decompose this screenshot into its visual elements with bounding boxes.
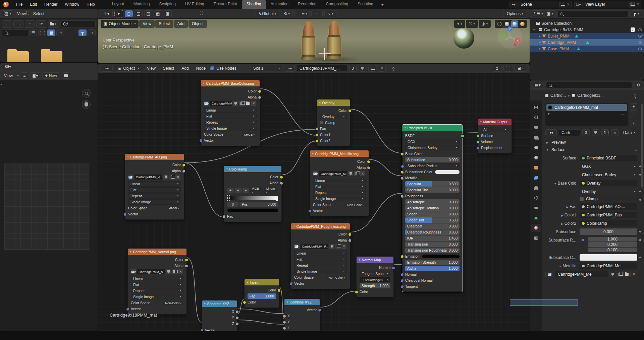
output-x[interactable]: X bbox=[205, 309, 234, 314]
close-icon[interactable]: × bbox=[341, 244, 347, 249]
output-alpha[interactable]: Alpha bbox=[204, 94, 257, 100]
viewport-menu[interactable]: View bbox=[139, 20, 155, 28]
file-search-input[interactable] bbox=[2, 29, 28, 36]
material-users-count[interactable]: 3 bbox=[349, 65, 357, 72]
extension-dropdown[interactable]: Repeat bbox=[128, 193, 181, 199]
color-mode-dropdown[interactable]: RGB bbox=[250, 186, 263, 194]
node-material-output[interactable]: ▾Material Output All Surface Volume Disp… bbox=[478, 118, 512, 153]
input-z[interactable]: Z bbox=[287, 325, 317, 331]
fake-user-shield-button[interactable] bbox=[592, 129, 599, 136]
source-dropdown[interactable]: Single Image bbox=[128, 199, 181, 205]
color2-field[interactable]: ColorRamp bbox=[580, 220, 637, 226]
output-vector[interactable]: Vector bbox=[287, 307, 317, 313]
source-dropdown[interactable]: Single Image bbox=[204, 126, 257, 131]
input-fac[interactable]: Fac bbox=[227, 214, 278, 219]
output-color[interactable]: Color bbox=[131, 257, 183, 262]
shader-menu[interactable]: View bbox=[144, 66, 158, 71]
radius-x-field[interactable]: 1.000 bbox=[588, 237, 637, 242]
copy-icon[interactable] bbox=[354, 171, 360, 177]
copy-icon[interactable] bbox=[239, 100, 245, 106]
view-layer-copy-button[interactable] bbox=[628, 2, 635, 7]
image-selector[interactable]: ▾ CartridgePMM_B.. × bbox=[204, 100, 257, 106]
link-mode-dropdown[interactable]: Data bbox=[621, 129, 637, 136]
node-invert[interactable]: ▾Invert Color Fac1.000 Color bbox=[244, 279, 279, 308]
bsdf-row[interactable]: Normal bbox=[405, 272, 460, 277]
bsdf-row[interactable]: Roughness bbox=[405, 193, 460, 199]
copy-icon[interactable] bbox=[172, 269, 177, 275]
shader-editor-type-icon[interactable]: ◑▾ bbox=[101, 65, 113, 72]
disclosure-icon[interactable]: ▸ bbox=[538, 47, 542, 50]
display-settings-dropdown[interactable]: ▾ bbox=[56, 29, 64, 36]
output-color[interactable]: Color bbox=[227, 174, 278, 180]
color-space-row[interactable]: Color SpacesRGB bbox=[128, 205, 181, 211]
blend-mode-dropdown[interactable]: Overlay bbox=[580, 188, 637, 195]
bsdf-row[interactable]: Specular Tint0.000 bbox=[405, 187, 460, 193]
bsdf-row[interactable]: BSDF bbox=[405, 133, 460, 138]
snap-magnet-toggle[interactable]: ⌒ ▪▪▾ bbox=[294, 10, 310, 17]
workspace-tab[interactable]: Animation bbox=[266, 0, 293, 9]
viewport-menu[interactable]: Add bbox=[174, 20, 188, 28]
output-alpha[interactable]: Alpha bbox=[131, 263, 183, 268]
stop-color-swatch[interactable] bbox=[227, 208, 278, 212]
view-layer-icon[interactable]: ❏▾ bbox=[575, 3, 583, 6]
viewport-menu[interactable]: Object bbox=[189, 20, 207, 28]
distribution-dropdown[interactable]: GGX bbox=[580, 163, 637, 169]
properties-filter-icon[interactable]: ⚙ bbox=[635, 82, 642, 88]
topbar-menu[interactable]: Render bbox=[41, 0, 61, 9]
node-header[interactable]: ▾Invert bbox=[245, 279, 279, 285]
output-alpha[interactable]: Alpha bbox=[227, 180, 278, 186]
pivot-point-dropdown[interactable]: ⟲▾ bbox=[281, 10, 292, 17]
copy-icon[interactable] bbox=[616, 271, 623, 277]
image-name[interactable]: CartridgePMM_M... bbox=[319, 171, 347, 177]
outliner-row-collection[interactable]: ▾ Cartridge_9x18_PMM ✓ bbox=[530, 26, 644, 33]
node-header[interactable]: ▾Overlay bbox=[317, 99, 350, 106]
gizmos-dropdown[interactable]: ⤱▾ bbox=[466, 20, 478, 28]
node-image-texture-roughness[interactable]: ▾CartridgePMM_Roughness.png Color Alpha … bbox=[291, 223, 350, 289]
new-material-copy-button[interactable] bbox=[368, 65, 376, 72]
source-dropdown[interactable]: Single Image bbox=[313, 196, 366, 201]
node-header[interactable]: ▾Material Output bbox=[478, 119, 512, 125]
node-separate-xyz[interactable]: ▾Separate XYZ X Y Z Vector bbox=[202, 300, 237, 331]
material-browse-icon[interactable]: ◑▾ bbox=[545, 129, 557, 136]
select-mode-new-button[interactable]: ▢ bbox=[125, 10, 133, 17]
topbar-menu[interactable]: Edit bbox=[26, 0, 41, 9]
input-volume[interactable]: Volume bbox=[481, 139, 508, 144]
input-displacement[interactable]: Displacement bbox=[481, 145, 508, 150]
tab-modifiers[interactable] bbox=[531, 174, 541, 182]
bsdf-row[interactable]: Tangent bbox=[405, 284, 460, 289]
options-dropdown[interactable]: Options▾ bbox=[503, 10, 527, 17]
tab-render[interactable] bbox=[531, 113, 541, 121]
slot-expand-arrow[interactable]: ▶ bbox=[548, 112, 550, 115]
scene-selector[interactable]: ◓▾ Scene × bbox=[509, 1, 572, 8]
node-header[interactable]: ▾Principled BSDF bbox=[402, 125, 463, 131]
tab-view-layer[interactable] bbox=[531, 133, 541, 141]
node-image-texture-basecolor[interactable]: ▾CartridgePMM_BaseColor.png Color Alpha … bbox=[201, 80, 260, 146]
create-folder-button[interactable]: + bbox=[48, 20, 59, 28]
input-x[interactable]: X bbox=[287, 313, 317, 319]
properties-type-icon[interactable]: ▤▾ bbox=[532, 82, 543, 88]
radius-socket-button[interactable] bbox=[580, 237, 586, 243]
color-space-row[interactable]: Color SpaceNon-Color bbox=[313, 202, 366, 207]
tab-output[interactable] bbox=[531, 123, 541, 131]
node-header[interactable]: ▾Combine XYZ bbox=[284, 299, 320, 305]
input-vector[interactable]: Vector bbox=[205, 328, 234, 331]
shader-type-dropdown[interactable]: ▣ Object▾ bbox=[115, 65, 142, 72]
subsurface-color-swatch[interactable] bbox=[580, 254, 637, 261]
node-header[interactable]: ▾CartridgePMM_BaseColor.png bbox=[201, 80, 260, 86]
bsdf-row[interactable]: Clearcoat Roughness0.030 bbox=[405, 229, 460, 235]
shader-menu[interactable]: Select bbox=[160, 66, 177, 71]
output-color[interactable]: Color bbox=[248, 287, 276, 293]
view-layer-remove-button[interactable]: × bbox=[635, 2, 641, 7]
source-dropdown[interactable]: Single Image bbox=[294, 269, 347, 274]
snapping-dropdown[interactable]: ⊞▾ bbox=[514, 65, 527, 72]
interpolation-dropdown[interactable]: Linear bbox=[313, 178, 366, 183]
add-slot-button[interactable]: + bbox=[630, 103, 637, 110]
close-icon[interactable]: × bbox=[178, 269, 183, 275]
remove-slot-button[interactable]: − bbox=[630, 111, 637, 117]
node-header[interactable]: ▾CartridgePMM_AO.png bbox=[125, 154, 184, 160]
scrollbar[interactable] bbox=[641, 104, 643, 188]
pan-hand-button[interactable] bbox=[82, 100, 91, 109]
fake-user-shield-button[interactable] bbox=[233, 100, 238, 106]
object-visibility-dropdown[interactable]: ⌖▾ bbox=[454, 20, 465, 28]
node-image-texture-metallic[interactable]: ▾CartridgePMM_Metallic.png Color Alpha ▾… bbox=[310, 150, 369, 216]
